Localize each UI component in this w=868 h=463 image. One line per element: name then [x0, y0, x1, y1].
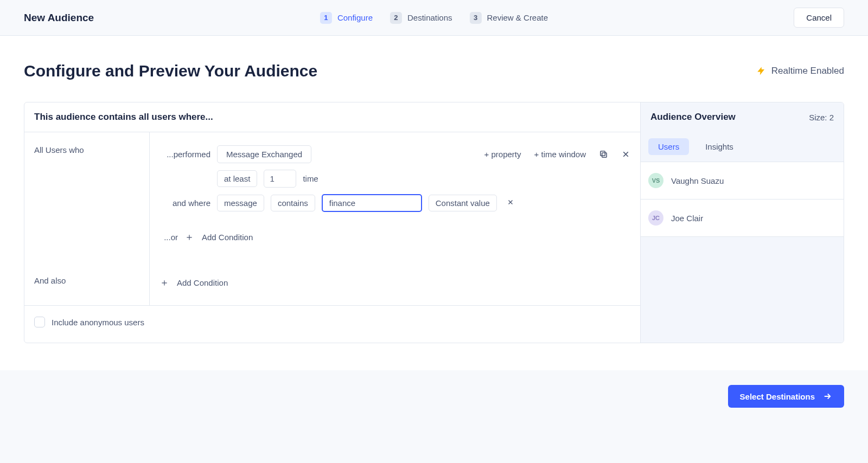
bolt-icon: [756, 66, 766, 76]
performed-label: ...performed: [159, 150, 210, 159]
avatar: VS: [648, 173, 663, 188]
main-heading: Configure and Preview Your Audience: [24, 62, 317, 80]
plus-icon: ＋: [159, 276, 169, 289]
user-name: Vaughn Suazu: [671, 176, 724, 185]
property-value-input-wrap[interactable]: [322, 194, 422, 212]
anonymous-row: Include anonymous users: [24, 306, 640, 343]
frequency-value-input[interactable]: [264, 170, 296, 188]
property-value-input[interactable]: [329, 198, 414, 208]
step-label: Destinations: [407, 13, 452, 22]
tab-insights[interactable]: Insights: [695, 138, 743, 155]
frequency-operator-select[interactable]: at least: [217, 170, 257, 187]
and-where-label: and where: [159, 198, 210, 208]
add-property-button[interactable]: + property: [484, 150, 521, 159]
conditions-header: This audience contains all users where..…: [24, 102, 640, 132]
overview-panel: Audience Overview Size: 2 Users Insights…: [640, 102, 844, 343]
footer: Select Destinations: [0, 370, 868, 422]
overview-header: Audience Overview Size: 2: [641, 102, 844, 132]
condition-group-2: And also ＋ Add Condition: [24, 260, 640, 305]
list-item[interactable]: JC Joe Clair: [641, 200, 844, 237]
frequency-row: at least time: [159, 170, 630, 188]
config-panels: This audience contains all users where..…: [24, 102, 844, 343]
value-type-select[interactable]: Constant value: [429, 195, 497, 211]
group-label: And also: [24, 260, 149, 305]
select-destinations-button[interactable]: Select Destinations: [728, 385, 844, 408]
performed-row: ...performed Message Exchanged + propert…: [159, 145, 630, 163]
step-number: 1: [320, 12, 332, 24]
audience-size: Size: 2: [809, 113, 834, 122]
conditions-panel: This audience contains all users where..…: [24, 102, 640, 343]
content: Configure and Preview Your Audience Real…: [0, 36, 868, 370]
step-label: Configure: [337, 13, 373, 22]
user-list: VS Vaughn Suazu JC Joe Clair: [641, 162, 844, 237]
property-name-select[interactable]: message: [217, 195, 264, 211]
add-and-condition-button[interactable]: ＋ Add Condition: [159, 273, 630, 292]
step-review[interactable]: 3 Review & Create: [470, 12, 548, 24]
arrow-right-icon: [822, 391, 832, 401]
remove-condition-button[interactable]: [621, 150, 630, 159]
avatar: JC: [648, 210, 663, 226]
tab-users[interactable]: Users: [648, 138, 689, 155]
heading-row: Configure and Preview Your Audience Real…: [24, 62, 844, 80]
plus-icon: ＋: [184, 230, 194, 243]
or-row: ...or ＋ Add Condition: [159, 227, 630, 247]
where-row: and where message contains Constant valu…: [159, 194, 630, 212]
realtime-label: Realtime Enabled: [771, 66, 844, 76]
include-anonymous-checkbox[interactable]: [34, 317, 45, 327]
realtime-status: Realtime Enabled: [756, 66, 844, 76]
top-bar: New Audience 1 Configure 2 Destinations …: [0, 0, 868, 36]
duplicate-button[interactable]: [599, 150, 608, 159]
condition-block: ＋ Add Condition: [149, 260, 640, 305]
add-time-window-button[interactable]: + time window: [534, 150, 586, 159]
group-label: All Users who: [24, 132, 149, 260]
user-name: Joe Clair: [671, 214, 703, 223]
svg-rect-1: [601, 151, 605, 156]
add-or-condition-button[interactable]: ＋ Add Condition: [184, 227, 253, 247]
event-select[interactable]: Message Exchanged: [217, 145, 311, 163]
page-title: New Audience: [24, 12, 94, 24]
cancel-button[interactable]: Cancel: [794, 8, 844, 28]
step-label: Review & Create: [487, 13, 548, 22]
step-number: 3: [470, 12, 482, 24]
wizard-steps: 1 Configure 2 Destinations 3 Review & Cr…: [320, 12, 548, 24]
copy-icon: [599, 150, 608, 159]
svg-rect-0: [602, 153, 607, 158]
frequency-unit-label: time: [303, 174, 318, 183]
step-destinations[interactable]: 2 Destinations: [390, 12, 452, 24]
step-number: 2: [390, 12, 402, 24]
close-icon: [621, 150, 630, 159]
step-configure[interactable]: 1 Configure: [320, 12, 373, 24]
condition-group-1: All Users who ...performed Message Excha…: [24, 132, 640, 260]
remove-property-button[interactable]: [503, 198, 518, 209]
property-operator-select[interactable]: contains: [271, 195, 315, 211]
condition-block: ...performed Message Exchanged + propert…: [149, 132, 640, 260]
close-icon: [507, 198, 514, 206]
include-anonymous-label: Include anonymous users: [52, 318, 144, 327]
overview-tabs: Users Insights: [641, 132, 844, 162]
or-label: ...or: [159, 233, 178, 242]
overview-title: Audience Overview: [650, 112, 736, 123]
list-item[interactable]: VS Vaughn Suazu: [641, 162, 844, 200]
